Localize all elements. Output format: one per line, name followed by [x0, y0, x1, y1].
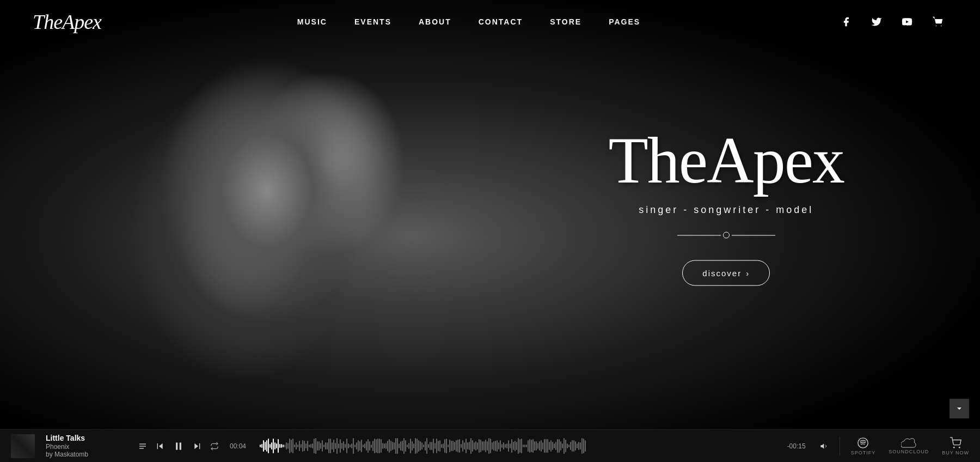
waveform-bar-139: [487, 441, 488, 450]
scroll-indicator[interactable]: [950, 399, 969, 418]
waveform-bar-87: [402, 441, 403, 452]
waveform-bar-171: [539, 441, 540, 451]
waveform-bar-30: [309, 445, 310, 447]
waveform-bar-173: [542, 442, 543, 450]
hero-section: TheApex MUSIC EVENTS ABOUT CONTACT STORE…: [0, 0, 980, 429]
waveform-bar-71: [376, 439, 377, 453]
waveform-bar-147: [500, 440, 501, 452]
waveform-bar-157: [516, 442, 517, 450]
waveform-bar-20: [292, 439, 293, 453]
site-logo[interactable]: TheApex: [33, 10, 101, 34]
nav-pages[interactable]: PAGES: [609, 17, 640, 26]
playlist-button[interactable]: [138, 442, 147, 451]
waveform-bar-92: [410, 439, 411, 454]
waveform-bar-126: [465, 439, 467, 453]
navbar: TheApex MUSIC EVENTS ABOUT CONTACT STORE…: [0, 0, 980, 44]
waveform-bar-32: [312, 443, 313, 448]
waveform-bar-100: [423, 445, 424, 447]
waveform-bar-153: [510, 443, 511, 449]
nav-music[interactable]: MUSIC: [297, 17, 327, 26]
svg-rect-9: [180, 442, 181, 449]
waveform-bar-11: [278, 439, 279, 453]
hero-divider: [609, 232, 844, 239]
waveform-bar-129: [470, 438, 471, 453]
cart-icon[interactable]: [928, 12, 947, 32]
next-button[interactable]: [193, 442, 201, 451]
nav-events[interactable]: EVENTS: [354, 17, 391, 26]
waveform-bar-174: [544, 439, 545, 453]
waveform-bar-110: [439, 440, 440, 451]
svg-point-13: [858, 437, 868, 447]
waveform-bar-165: [529, 439, 530, 453]
waveform-bar-114: [446, 439, 447, 453]
spotify-link[interactable]: SPOTIFY: [851, 437, 876, 455]
waveform-bar-146: [498, 442, 499, 449]
waveform-bar-23: [297, 445, 298, 447]
divider-line-right: [732, 235, 775, 235]
waveform-bar-5: [268, 439, 269, 453]
waveform-bar-93: [412, 441, 413, 450]
soundcloud-link[interactable]: SOUNDCLOUD: [889, 438, 929, 454]
track-artist: Phoenix: [46, 443, 127, 451]
waveform-bar-31: [310, 444, 311, 448]
facebook-icon[interactable]: [836, 12, 856, 32]
waveform-bar-18: [289, 439, 290, 453]
waveform-bar-52: [345, 444, 346, 448]
prev-button[interactable]: [156, 442, 164, 451]
svg-marker-10: [194, 443, 198, 449]
waveform-bar-77: [385, 443, 387, 449]
waveform-bar-91: [408, 443, 409, 449]
nav-links: MUSIC EVENTS ABOUT CONTACT STORE PAGES: [297, 17, 640, 26]
waveform-bar-49: [340, 439, 341, 453]
waveform-bar-184: [560, 441, 561, 451]
waveform-bar-9: [274, 442, 275, 450]
repeat-button[interactable]: [210, 442, 219, 451]
waveform-bar-195: [578, 442, 579, 451]
waveform-bar-2: [263, 440, 264, 452]
waveform-bar-127: [467, 442, 468, 449]
waveform-bar-142: [492, 442, 493, 449]
waveform[interactable]: [260, 436, 776, 456]
waveform-bar-112: [443, 443, 444, 448]
waveform-bar-28: [305, 443, 307, 448]
svg-marker-6: [159, 443, 163, 449]
waveform-bar-167: [532, 439, 534, 452]
svg-point-14: [953, 446, 955, 448]
waveform-bar-163: [526, 445, 527, 448]
waveform-bar-179: [552, 442, 553, 449]
waveform-bar-197: [581, 438, 583, 454]
waveform-bar-144: [495, 441, 496, 451]
hero-title: TheApex: [609, 128, 844, 193]
nav-about[interactable]: ABOUT: [419, 17, 451, 26]
waveform-bar-116: [449, 440, 450, 453]
play-pause-button[interactable]: [173, 441, 184, 452]
waveform-bar-50: [341, 443, 342, 448]
waveform-bar-55: [350, 445, 351, 447]
waveform-bar-76: [384, 443, 385, 448]
player-volume: [820, 442, 829, 451]
twitter-icon[interactable]: [867, 12, 886, 32]
waveform-bar-24: [299, 441, 300, 451]
waveform-bar-29: [307, 441, 308, 452]
discover-button[interactable]: discover ›: [682, 260, 770, 286]
buy-now-link[interactable]: BUY NOW: [942, 437, 969, 455]
nav-store[interactable]: STORE: [550, 17, 581, 26]
waveform-bar-15: [284, 445, 285, 447]
waveform-bar-38: [322, 440, 323, 451]
youtube-icon[interactable]: [897, 12, 917, 32]
divider-circle: [723, 232, 730, 239]
svg-point-15: [959, 446, 960, 448]
waveform-bar-36: [318, 441, 320, 450]
waveform-bar-156: [514, 441, 516, 451]
waveform-bar-86: [400, 441, 401, 451]
svg-marker-12: [820, 443, 824, 448]
discover-arrow: ›: [746, 269, 750, 278]
hero-subtitle: singer - songwriter - model: [609, 204, 844, 216]
platform-links: SPOTIFY SOUNDCLOUD BUY NOW: [840, 437, 969, 455]
svg-point-1: [936, 26, 937, 27]
waveform-bar-83: [395, 438, 396, 454]
volume-button[interactable]: [820, 442, 829, 451]
waveform-bar-132: [475, 441, 476, 450]
nav-contact[interactable]: CONTACT: [479, 17, 523, 26]
waveform-bar-117: [451, 441, 452, 451]
